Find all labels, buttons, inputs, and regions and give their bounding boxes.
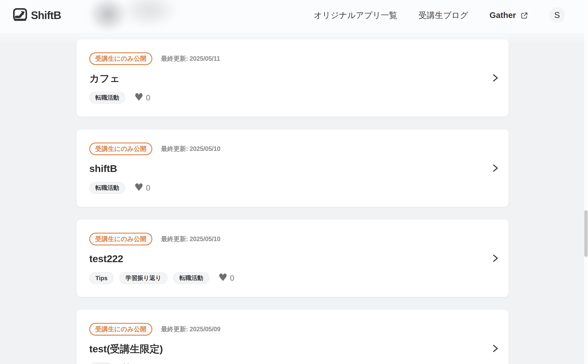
like-count: 0	[146, 93, 150, 102]
visibility-badge: 受講生にのみ公開	[89, 233, 152, 245]
post-tag: 転職活動	[173, 272, 209, 284]
post-title: カフェ	[89, 73, 484, 84]
post-tag	[89, 362, 113, 364]
heart-icon: ♥	[134, 92, 144, 102]
post-card-footer: 転職活動 ♥ 0	[89, 182, 484, 194]
tag-list: 転職活動	[89, 182, 125, 194]
post-card-footer: Tips学習振り返り転職活動 ♥ 0	[89, 272, 484, 284]
external-link-icon	[521, 12, 528, 19]
chevron-right-icon[interactable]	[492, 164, 499, 172]
tag-list	[89, 362, 113, 364]
nav-gather-label: Gather	[489, 11, 516, 20]
post-title: test222	[89, 253, 484, 264]
post-card-header: 受講生にのみ公開 最終更新: 2025/05/10	[89, 143, 484, 155]
post-tag: 転職活動	[89, 182, 125, 194]
last-updated-text: 最終更新: 2025/05/11	[161, 54, 220, 63]
scrollbar-track[interactable]	[584, 0, 588, 364]
chevron-right-icon[interactable]	[492, 344, 499, 353]
brand-logo[interactable]: ShiftB	[13, 8, 61, 22]
heart-icon: ♥	[122, 363, 131, 364]
heart-icon: ♥	[134, 182, 144, 192]
post-card-footer: ♥ 0	[89, 362, 484, 364]
app-header: ShiftB オリジナルアプリ一覧 受講生ブログ Gather S	[0, 0, 588, 33]
post-tag: 学習振り返り	[119, 272, 167, 284]
tag-list: 転職活動	[89, 92, 125, 104]
post-card[interactable]: 受講生にのみ公開 最終更新: 2025/05/11 カフェ 転職活動 ♥ 0	[77, 39, 508, 117]
heart-icon: ♥	[218, 272, 227, 283]
header-blur-artifact	[120, 0, 178, 28]
like-counter: ♥ 0	[134, 183, 150, 193]
like-count: 0	[146, 184, 150, 192]
visibility-badge: 受講生にのみ公開	[89, 143, 152, 155]
header-blur-artifact	[88, 0, 127, 32]
like-counter: ♥ 0	[134, 93, 150, 103]
user-avatar[interactable]: S	[549, 7, 565, 23]
scrollbar-thumb[interactable]	[584, 210, 588, 257]
like-counter: ♥ 0	[218, 273, 234, 283]
tag-list: Tips学習振り返り転職活動	[89, 272, 209, 284]
shiftb-logo-icon	[13, 8, 27, 22]
avatar-initial: S	[554, 10, 560, 20]
post-card[interactable]: 受講生にのみ公開 最終更新: 2025/05/10 shiftB 転職活動 ♥ …	[77, 130, 508, 207]
post-title: test(受講生限定)	[89, 343, 484, 355]
like-count: 0	[230, 274, 234, 283]
visibility-badge: 受講生にのみ公開	[89, 323, 152, 336]
chevron-right-icon[interactable]	[492, 74, 499, 82]
brand-name: ShiftB	[31, 9, 61, 21]
like-counter: ♥ 0	[122, 363, 138, 364]
last-updated-text: 最終更新: 2025/05/10	[161, 235, 220, 243]
post-card-header: 受講生にのみ公開 最終更新: 2025/05/11	[89, 52, 484, 65]
post-card-footer: 転職活動 ♥ 0	[89, 92, 484, 104]
header-nav: オリジナルアプリ一覧 受講生ブログ Gather S	[314, 7, 565, 23]
nav-original-app-list[interactable]: オリジナルアプリ一覧	[314, 10, 397, 21]
post-card[interactable]: 受講生にのみ公開 最終更新: 2025/05/10 test222 Tips学習…	[77, 220, 508, 297]
post-title: shiftB	[89, 163, 484, 174]
post-list: 受講生にのみ公開 最終更新: 2025/05/11 カフェ 転職活動 ♥ 0 受…	[77, 39, 508, 364]
nav-gather-link[interactable]: Gather	[489, 11, 528, 20]
post-card-header: 受講生にのみ公開 最終更新: 2025/05/09	[89, 323, 484, 336]
nav-student-blog[interactable]: 受講生ブログ	[419, 10, 468, 21]
post-card[interactable]: 受講生にのみ公開 最終更新: 2025/05/09 test(受講生限定) ♥ …	[77, 310, 508, 364]
post-card-header: 受講生にのみ公開 最終更新: 2025/05/10	[89, 233, 484, 245]
chevron-right-icon[interactable]	[492, 254, 499, 263]
last-updated-text: 最終更新: 2025/05/10	[161, 145, 220, 153]
post-tag: Tips	[89, 272, 114, 284]
post-tag: 転職活動	[89, 92, 125, 104]
visibility-badge: 受講生にのみ公開	[89, 52, 152, 65]
last-updated-text: 最終更新: 2025/05/09	[161, 325, 220, 333]
